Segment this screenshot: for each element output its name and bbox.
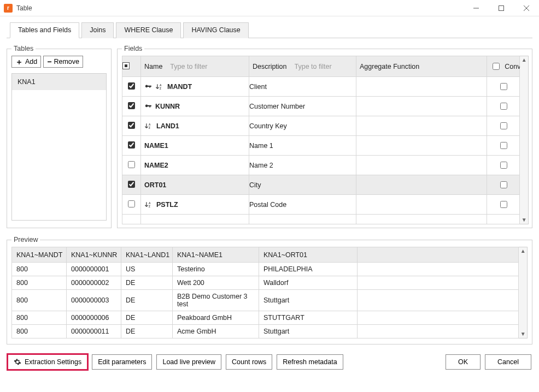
table-row[interactable]: NAME2Name 2	[122, 156, 520, 175]
conv-header-checkbox[interactable]	[493, 63, 500, 70]
table-row[interactable]: AZPSTLZPostal Code	[122, 195, 520, 215]
table-row[interactable]: 8000000000006DEPeakboard GmbHSTUTTGART	[12, 311, 519, 325]
row-select-checkbox[interactable]	[128, 161, 135, 168]
preview-panel: Preview KNA1~MANDTKNA1~KUNNRKNA1~LAND1KN…	[7, 236, 532, 345]
field-description: Name 2	[249, 162, 273, 169]
row-select-checkbox[interactable]	[128, 122, 135, 129]
tab-tables-and-fields[interactable]: Tables and Fields	[10, 22, 79, 38]
column-header-conv[interactable]: Conv.	[505, 63, 522, 70]
aggregate-cell[interactable]	[356, 136, 487, 156]
conv-checkbox[interactable]	[500, 142, 507, 149]
table-row[interactable]: 8000000000001USTesterinoPHILADELPHIA	[12, 263, 519, 276]
field-name: KUNNR	[155, 103, 180, 110]
preview-column-header[interactable]: KNA1~LAND1	[121, 247, 173, 263]
table-row[interactable]: NAME1Name 1	[122, 136, 520, 156]
tab-joins[interactable]: Joins	[81, 22, 114, 38]
field-description: Client	[249, 83, 267, 91]
title-bar: r Table	[0, 0, 539, 16]
field-description: City	[249, 181, 261, 189]
cancel-button[interactable]: Cancel	[485, 354, 531, 370]
field-description: Customer Number	[249, 103, 305, 110]
table-row[interactable]: 8000000000003DEB2B Demo Customer 3 testS…	[12, 290, 519, 311]
table-row[interactable]: ORT01City	[122, 175, 520, 195]
preview-cell: DE	[121, 311, 173, 325]
column-header-description[interactable]: Description	[253, 63, 287, 70]
preview-legend: Preview	[11, 236, 40, 243]
scroll-down-icon[interactable]: ▼	[520, 331, 526, 337]
field-name: NAME2	[144, 162, 168, 169]
aggregate-cell[interactable]	[356, 116, 487, 136]
key-icon	[144, 103, 152, 110]
row-select-checkbox[interactable]	[128, 181, 135, 188]
conv-checkbox[interactable]	[500, 122, 507, 129]
column-header-aggregate[interactable]: Aggregate Function	[360, 63, 419, 70]
row-select-checkbox[interactable]	[128, 102, 135, 109]
row-select-checkbox[interactable]	[128, 141, 135, 149]
preview-cell: Walldorf	[259, 276, 358, 290]
key-icon	[144, 83, 152, 91]
tab-strip: Tables and Fields Joins WHERE Clause HAV…	[7, 22, 532, 38]
table-row[interactable]: 8000000000002DEWett 200Walldorf	[12, 276, 519, 290]
field-description: Name 1	[249, 142, 273, 150]
aggregate-cell[interactable]	[356, 156, 487, 175]
preview-cell: 800	[12, 311, 67, 325]
remove-table-button[interactable]: − Remove	[43, 56, 83, 68]
row-select-checkbox[interactable]	[128, 82, 135, 90]
tables-list[interactable]: KNA1	[11, 73, 107, 221]
select-all-checkbox[interactable]	[122, 62, 130, 69]
table-row[interactable]: 8000000000011DEAcme GmbHStuttgart	[12, 325, 519, 338]
minimize-button[interactable]	[464, 0, 489, 16]
conv-checkbox[interactable]	[500, 201, 507, 208]
preview-table: KNA1~MANDTKNA1~KUNNRKNA1~LAND1KNA1~NAME1…	[11, 247, 519, 338]
table-row[interactable]: AZLAND1Country Key	[122, 116, 520, 136]
aggregate-cell[interactable]	[356, 175, 487, 195]
table-row[interactable]: AZMANDTClient	[122, 77, 520, 97]
list-item[interactable]: KNA1	[12, 74, 106, 90]
tab-label: WHERE Clause	[124, 26, 173, 34]
ok-button[interactable]: OK	[446, 354, 481, 370]
edit-parameters-button[interactable]: Edit parameters	[92, 354, 152, 370]
preview-column-header[interactable]: KNA1~KUNNR	[67, 247, 121, 263]
count-rows-button[interactable]: Count rows	[226, 354, 272, 370]
field-name: MANDT	[167, 83, 192, 91]
aggregate-cell[interactable]	[356, 97, 487, 116]
tab-where-clause[interactable]: WHERE Clause	[116, 22, 181, 38]
button-label: Count rows	[232, 358, 266, 366]
extraction-settings-button[interactable]: Extraction Settings	[8, 354, 87, 370]
conv-checkbox[interactable]	[500, 83, 507, 90]
plus-icon: ＋	[15, 58, 23, 66]
maximize-button[interactable]	[489, 0, 514, 16]
button-label: Load live preview	[162, 358, 215, 366]
conv-checkbox[interactable]	[500, 162, 507, 169]
preview-cell: Stuttgart	[259, 290, 358, 311]
add-table-button[interactable]: ＋ Add	[11, 56, 41, 68]
row-select-checkbox[interactable]	[128, 200, 135, 207]
app-icon: r	[4, 4, 13, 13]
scroll-up-icon[interactable]: ▲	[522, 57, 527, 63]
scroll-down-icon[interactable]: ▼	[522, 217, 527, 223]
refresh-metadata-button[interactable]: Refresh metadata	[277, 354, 343, 370]
load-live-preview-button[interactable]: Load live preview	[156, 354, 221, 370]
preview-cell: STUTTGART	[259, 311, 358, 325]
conv-checkbox[interactable]	[500, 181, 507, 188]
close-button[interactable]	[514, 0, 539, 16]
preview-column-header[interactable]: KNA1~ORT01	[259, 247, 358, 263]
preview-cell	[358, 263, 519, 276]
field-description: Postal Code	[249, 201, 286, 209]
name-filter-input[interactable]	[169, 62, 257, 71]
preview-column-header[interactable]: KNA1~NAME1	[173, 247, 259, 263]
scroll-up-icon[interactable]: ▲	[520, 248, 526, 254]
preview-column-header[interactable]	[358, 247, 519, 263]
preview-cell: B2B Demo Customer 3 test	[173, 290, 259, 311]
preview-cell: 800	[12, 325, 67, 338]
fields-scrollbar[interactable]: ▲ ▼	[520, 56, 529, 224]
column-header-name[interactable]: Name	[144, 63, 162, 70]
preview-cell: Testerino	[173, 263, 259, 276]
conv-checkbox[interactable]	[500, 103, 507, 110]
table-row[interactable]: KUNNRCustomer Number	[122, 97, 520, 116]
aggregate-cell[interactable]	[356, 195, 487, 215]
tab-having-clause[interactable]: HAVING Clause	[183, 22, 248, 38]
preview-column-header[interactable]: KNA1~MANDT	[12, 247, 67, 263]
aggregate-cell[interactable]	[356, 77, 487, 97]
preview-scrollbar[interactable]: ▲ ▼	[519, 247, 528, 338]
